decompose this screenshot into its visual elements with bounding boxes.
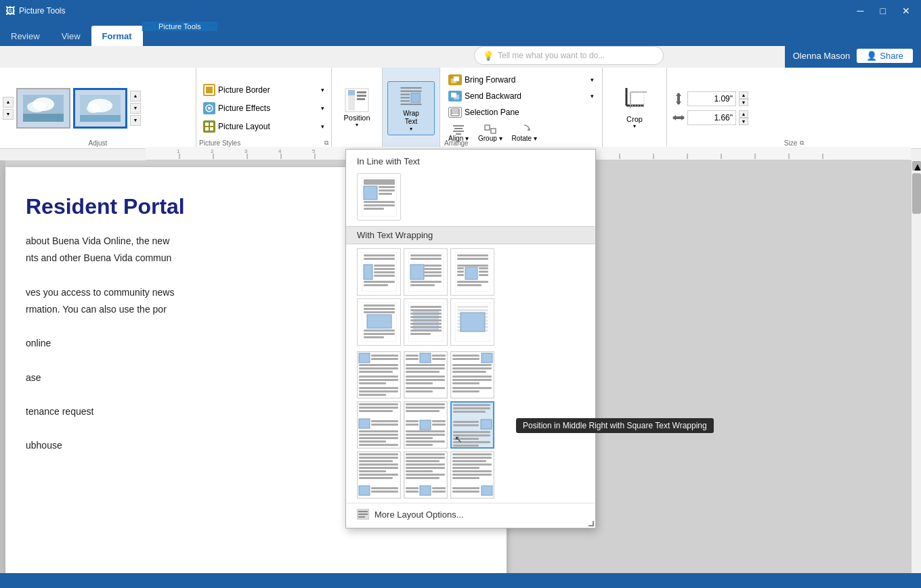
- thumbnail-1[interactable]: [16, 88, 70, 129]
- svg-rect-132: [410, 309, 442, 311]
- more-layout-options-btn[interactable]: More Layout Options...: [346, 503, 595, 525]
- svg-rect-199: [359, 440, 386, 443]
- svg-text:1: 1: [177, 148, 180, 154]
- selection-pane-btn[interactable]: Selection Pane: [444, 105, 598, 120]
- scroll-down-btn[interactable]: ▼: [3, 109, 14, 120]
- through-wrap-option[interactable]: [450, 248, 494, 296]
- pos-mid-center-icon: [404, 402, 447, 448]
- send-backward-label: Send Backward: [465, 91, 521, 101]
- svg-rect-27: [411, 93, 421, 102]
- height-increment[interactable]: ▲: [739, 91, 748, 99]
- svg-rect-230: [359, 460, 393, 462]
- svg-rect-23: [400, 93, 410, 95]
- svg-rect-105: [424, 275, 442, 277]
- thumb-scroll-up[interactable]: ▲: [130, 91, 141, 101]
- rotate-btn[interactable]: Rotate ▾: [508, 122, 541, 143]
- svg-rect-22: [400, 90, 421, 91]
- svg-rect-169: [406, 364, 445, 366]
- title-bar: 🖼 Picture Tools ─ □ ✕: [0, 0, 921, 22]
- svg-rect-106: [410, 281, 442, 283]
- pos-bot-center[interactable]: [404, 451, 448, 499]
- pos-bot-right[interactable]: [450, 451, 494, 499]
- svg-rect-248: [420, 486, 431, 495]
- share-button[interactable]: 👤 Share: [857, 49, 913, 63]
- position-group: Position ▾: [332, 68, 383, 148]
- tab-view[interactable]: View: [51, 26, 91, 46]
- in-front-text-option[interactable]: [450, 298, 494, 346]
- size-group-label: Size: [784, 139, 797, 147]
- behind-text-option[interactable]: [404, 298, 448, 346]
- svg-rect-267: [358, 514, 368, 515]
- height-row: ▲ ▼: [672, 91, 916, 106]
- bring-forward-btn[interactable]: Bring Forward ▾: [444, 72, 598, 87]
- picture-effects-btn[interactable]: Picture Effects ▾: [199, 100, 328, 116]
- svg-rect-213: [406, 440, 445, 443]
- height-icon: [672, 93, 685, 105]
- svg-rect-93: [374, 268, 395, 270]
- user-name: Olenna Mason: [793, 51, 851, 61]
- svg-rect-25: [400, 100, 410, 101]
- svg-rect-260: [452, 474, 492, 476]
- crop-button[interactable]: Crop ▾: [609, 79, 660, 137]
- tab-review[interactable]: Review: [0, 26, 51, 46]
- tab-format[interactable]: Format: [91, 26, 143, 46]
- svg-rect-135: [410, 319, 442, 321]
- svg-rect-125: [367, 315, 391, 328]
- scroll-up-btn[interactable]: ▲: [3, 97, 14, 108]
- width-spinner: ▲ ▼: [739, 110, 748, 125]
- inline-options-row: [346, 171, 595, 226]
- thumb-scroll-down[interactable]: ▼: [130, 103, 141, 114]
- svg-rect-94: [374, 271, 395, 273]
- svg-rect-97: [364, 284, 388, 286]
- inline-text-option[interactable]: [357, 173, 401, 221]
- svg-rect-198: [359, 437, 398, 439]
- svg-rect-120: [457, 284, 481, 286]
- pos-top-right[interactable]: [450, 351, 494, 399]
- scrollbar-thumb[interactable]: [912, 173, 921, 214]
- svg-rect-117: [457, 274, 464, 276]
- tight-wrap-option[interactable]: [404, 248, 448, 296]
- pos-top-center[interactable]: [404, 351, 448, 399]
- svg-rect-231: [359, 463, 398, 466]
- send-backward-btn[interactable]: Send Backward ▾: [444, 89, 598, 104]
- pos-top-left[interactable]: [357, 351, 401, 399]
- thumb-more[interactable]: ▼: [130, 115, 141, 126]
- wrap-text-button[interactable]: WrapText ▾: [387, 81, 435, 135]
- minimize-button[interactable]: ─: [852, 4, 870, 18]
- picture-styles-expand[interactable]: ⧉: [324, 139, 328, 147]
- thumbnail-2-selected[interactable]: [73, 88, 127, 129]
- wrapping-row-1: [346, 244, 595, 297]
- svg-rect-208: [406, 424, 419, 426]
- size-group: ▲ ▼ ▲ ▼ Size ⧉: [667, 68, 921, 148]
- pos-bot-left[interactable]: [357, 451, 401, 499]
- svg-text:5: 5: [312, 148, 316, 154]
- svg-rect-203: [406, 407, 445, 409]
- bring-forward-label: Bring Forward: [465, 75, 515, 85]
- width-increment[interactable]: ▲: [739, 110, 748, 118]
- square-wrap-option[interactable]: [357, 248, 401, 296]
- tell-me-bar[interactable]: 💡 Tell me what you want to do...: [474, 46, 664, 65]
- height-decrement[interactable]: ▼: [739, 99, 748, 106]
- send-backward-arrow: ▾: [591, 93, 594, 99]
- size-expand-icon[interactable]: ⧉: [800, 139, 804, 147]
- width-input[interactable]: [687, 110, 736, 125]
- group-btn[interactable]: Group ▾: [474, 122, 507, 143]
- position-button[interactable]: Position ▾: [335, 81, 379, 135]
- svg-rect-111: [457, 265, 488, 267]
- scroll-up-arrow[interactable]: ▲: [912, 161, 921, 171]
- svg-rect-259: [452, 470, 492, 472]
- width-decrement[interactable]: ▼: [739, 118, 748, 125]
- height-input[interactable]: [687, 91, 736, 106]
- picture-border-btn[interactable]: Picture Border ▾: [199, 82, 328, 98]
- vertical-scrollbar[interactable]: ▲: [911, 160, 921, 573]
- dropdown-resize-handle[interactable]: [588, 521, 594, 526]
- pos-mid-right-selected[interactable]: ↖: [450, 401, 494, 449]
- behind-text-icon: [408, 302, 444, 342]
- picture-layout-btn[interactable]: Picture Layout ▾: [199, 118, 328, 135]
- top-bottom-option[interactable]: [357, 298, 401, 346]
- maximize-button[interactable]: □: [875, 4, 891, 18]
- pos-mid-center[interactable]: [404, 401, 448, 449]
- close-button[interactable]: ✕: [897, 4, 916, 18]
- pos-mid-left[interactable]: [357, 401, 401, 449]
- svg-rect-81: [364, 186, 377, 200]
